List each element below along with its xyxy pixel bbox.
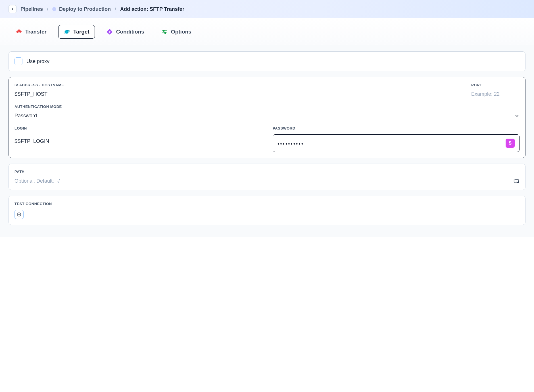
auth-label: AUTHENTICATION MODE (14, 105, 520, 109)
sliders-icon (161, 29, 168, 35)
login-field: LOGIN (14, 126, 261, 152)
browse-folder-icon[interactable] (513, 178, 520, 184)
auth-value: Password (14, 113, 37, 119)
test-label: TEST CONNECTION (14, 202, 520, 206)
condition-icon: IF (107, 29, 113, 35)
password-field: PASSWORD •••••••••• $ (273, 126, 520, 152)
path-label: PATH (14, 170, 520, 174)
auth-select[interactable]: Password (14, 113, 520, 119)
breadcrumb-current: Add action: SFTP Transfer (120, 6, 184, 12)
breadcrumb-separator: / (47, 6, 48, 12)
tab-transfer-label: Transfer (25, 29, 47, 35)
upload-cloud-icon (16, 29, 22, 35)
breadcrumb-root[interactable]: Pipelines (20, 6, 43, 12)
tab-target-label: Target (73, 29, 89, 35)
planet-icon (64, 29, 70, 35)
back-button[interactable] (9, 5, 16, 13)
password-input[interactable]: •••••••••• (278, 139, 503, 147)
connection-card: IP ADDRESS / HOSTNAME PORT AUTHENTICATIO… (9, 77, 525, 158)
text-cursor (303, 139, 303, 146)
proxy-row: Use proxy (14, 57, 520, 65)
tabs: Transfer Target IF Conditions Options (0, 18, 534, 45)
chevron-down-icon (514, 113, 520, 118)
path-field: PATH (14, 170, 520, 184)
tab-options[interactable]: Options (156, 25, 197, 39)
breadcrumb-header: Pipelines / Deploy to Production / Add a… (0, 0, 534, 18)
auth-field: AUTHENTICATION MODE Password (14, 105, 520, 119)
login-label: LOGIN (14, 126, 261, 130)
content: Use proxy IP ADDRESS / HOSTNAME PORT AUT… (0, 45, 534, 237)
password-label: PASSWORD (273, 126, 520, 130)
breadcrumb: Pipelines / Deploy to Production / Add a… (20, 6, 184, 12)
port-label: PORT (471, 83, 520, 87)
port-input[interactable] (471, 91, 520, 97)
host-input[interactable] (14, 91, 460, 97)
breadcrumb-pipeline[interactable]: Deploy to Production (52, 6, 111, 12)
svg-point-10 (17, 213, 21, 216)
chevron-left-icon (11, 7, 14, 11)
tab-transfer[interactable]: Transfer (10, 25, 52, 39)
insert-variable-button[interactable]: $ (506, 139, 515, 148)
proxy-card: Use proxy (9, 51, 525, 71)
host-label: IP ADDRESS / HOSTNAME (14, 83, 460, 87)
svg-point-8 (517, 181, 518, 182)
port-field: PORT (471, 83, 520, 105)
host-field: IP ADDRESS / HOSTNAME (14, 83, 460, 97)
test-card: TEST CONNECTION (9, 196, 525, 225)
path-card: PATH (9, 164, 525, 190)
check-circle-icon (17, 212, 21, 217)
login-input[interactable] (14, 134, 261, 148)
proxy-label: Use proxy (26, 59, 49, 64)
breadcrumb-pipeline-label: Deploy to Production (59, 6, 111, 12)
tab-target[interactable]: Target (58, 25, 95, 39)
tab-conditions[interactable]: IF Conditions (101, 25, 150, 39)
path-input[interactable] (14, 178, 513, 184)
svg-point-7 (164, 32, 166, 34)
password-input-wrapper: •••••••••• $ (273, 134, 520, 152)
breadcrumb-separator: / (115, 6, 116, 12)
test-connection-button[interactable] (14, 210, 24, 219)
proxy-checkbox[interactable] (14, 57, 22, 65)
tab-options-label: Options (171, 29, 191, 35)
svg-point-6 (163, 30, 164, 32)
svg-text:IF: IF (109, 31, 110, 33)
tab-conditions-label: Conditions (116, 29, 144, 35)
pipeline-status-icon (52, 7, 56, 11)
